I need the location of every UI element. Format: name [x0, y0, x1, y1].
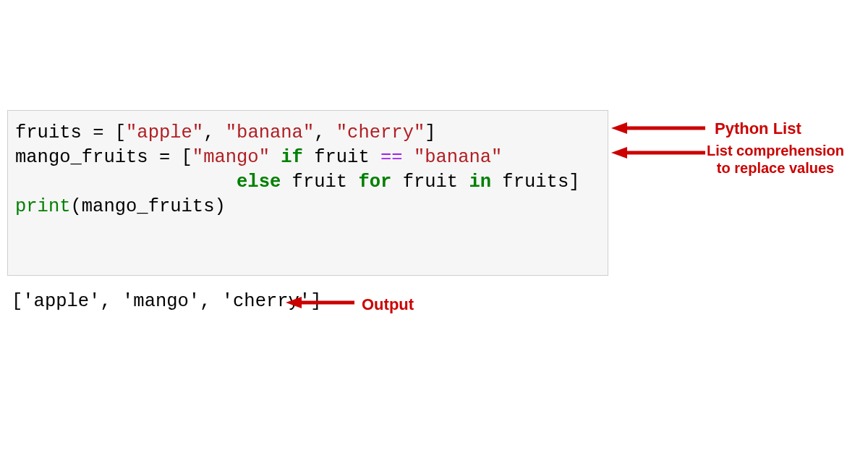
code-line-2: mango_fruits = ["mango" if fruit == "ban… [15, 145, 600, 170]
arrow-icon [286, 295, 354, 310]
code-line-3: else fruit for fruit in fruits] [15, 170, 600, 195]
arrow-icon [611, 145, 705, 160]
ident-fruit: fruit [281, 172, 358, 193]
fn-print: print [15, 196, 71, 217]
annotation-python-list: Python List [715, 119, 801, 138]
print-args: (mango_fruits) [71, 196, 226, 217]
ident-fruit: fruit [303, 147, 380, 168]
svg-marker-3 [611, 147, 627, 159]
annotation-output: Output [362, 295, 414, 314]
arrow-icon [611, 121, 705, 135]
close-bracket: ] [425, 122, 435, 143]
code-block: fruits = ["apple", "banana", "cherry"] m… [7, 110, 608, 276]
var-fruits: fruits [15, 122, 82, 143]
output-text: ['apple', 'mango', 'cherry'] [12, 290, 321, 314]
keyword-if: if [281, 147, 303, 168]
keyword-for: for [358, 172, 391, 193]
indent [15, 172, 237, 193]
space [270, 147, 281, 168]
assign-punct: = [ [82, 122, 126, 143]
keyword-else: else [237, 172, 281, 193]
svg-marker-1 [611, 122, 627, 134]
assign-punct: = [ [148, 147, 192, 168]
string-banana: "banana" [226, 122, 314, 143]
annotation-list-comprehension: List comprehension to replace values [707, 142, 844, 177]
svg-marker-5 [286, 297, 302, 308]
operator-equals: == [380, 147, 403, 168]
code-line-1: fruits = ["apple", "banana", "cherry"] [15, 121, 600, 145]
string-cherry: "cherry" [336, 122, 425, 143]
code-line-4: print(mango_fruits) [15, 195, 600, 219]
keyword-in: in [469, 172, 491, 193]
string-banana-2: "banana" [414, 147, 502, 168]
ident-fruit: fruit [391, 172, 469, 193]
string-mango: "mango" [192, 147, 270, 168]
string-apple: "apple" [126, 122, 203, 143]
space [403, 147, 414, 168]
ident-fruits: fruits] [491, 172, 579, 193]
comma: , [314, 122, 336, 143]
comma: , [203, 122, 226, 143]
var-mango-fruits: mango_fruits [15, 147, 148, 168]
